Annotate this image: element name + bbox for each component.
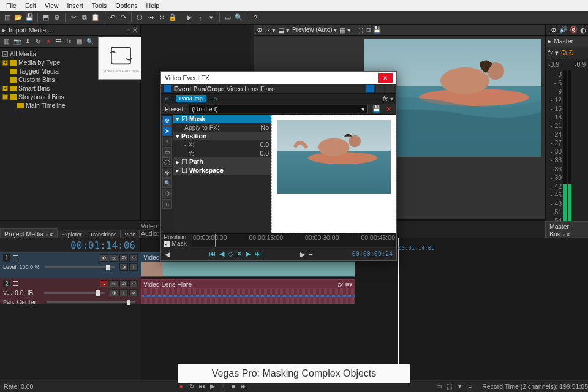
- timecode-display[interactable]: 00:01:14:06: [0, 238, 141, 252]
- scroll-right-icon[interactable]: ▶: [300, 251, 305, 258]
- save-icon[interactable]: 💾: [373, 26, 381, 34]
- track-menu-icon[interactable]: ☰: [13, 280, 19, 287]
- workspace-section[interactable]: ▸ ☐Workspace: [173, 166, 271, 175]
- menu-edit[interactable]: Edit: [21, 1, 40, 10]
- pan-crop-node[interactable]: Pan/Crop: [176, 95, 206, 102]
- media-thumbnail[interactable]: Video Lens Flare.mp4: [98, 37, 144, 80]
- menu-file[interactable]: File: [2, 1, 20, 10]
- apply-row[interactable]: Apply to FX:No: [173, 123, 271, 132]
- panel-pin-icon[interactable]: ▫: [127, 26, 130, 34]
- gear-icon[interactable]: ⚙: [257, 26, 263, 34]
- clip-menu-icon[interactable]: ≡▾: [345, 281, 353, 288]
- dim-icon[interactable]: ◐: [580, 26, 586, 34]
- whatsthis-icon[interactable]: ?: [251, 13, 260, 23]
- position-section[interactable]: ▾Position: [173, 132, 271, 140]
- fx-label[interactable]: fx ▾: [383, 95, 393, 102]
- menu-insert[interactable]: Insert: [64, 1, 87, 10]
- redo-icon[interactable]: ↷: [118, 13, 128, 23]
- get-icon[interactable]: ⬇: [23, 37, 32, 46]
- ripple-icon[interactable]: ⇢: [146, 13, 156, 23]
- fit-icon[interactable]: ⬚: [445, 382, 454, 391]
- search-icon[interactable]: 🔍: [85, 37, 94, 46]
- expand-icon[interactable]: ▸: [2, 26, 6, 34]
- scroll-left-icon[interactable]: ◀: [165, 251, 170, 258]
- automation-icon[interactable]: ᘏ: [119, 254, 128, 262]
- del-key-icon[interactable]: ✕: [236, 250, 242, 258]
- zoom-icon[interactable]: 🔍: [234, 13, 244, 23]
- bypass-icon[interactable]: ◐: [100, 254, 108, 262]
- add-key-icon[interactable]: ◇: [228, 250, 233, 258]
- marker-icon[interactable]: ▾: [455, 382, 464, 391]
- remove-icon[interactable]: ✕: [43, 37, 53, 46]
- replace-icon[interactable]: ↻: [33, 37, 42, 46]
- open-icon[interactable]: 📂: [13, 13, 23, 23]
- cut-icon[interactable]: ✂: [69, 13, 78, 23]
- mute-button[interactable]: ◑: [119, 263, 128, 271]
- snap-tool[interactable]: ⬡: [162, 189, 172, 198]
- keyframe-timeline[interactable]: 00:00:00:0000:00:15:0000:00:30:0000:00:4…: [192, 234, 396, 247]
- pos-y-row[interactable]: - Y:0.0: [173, 149, 271, 157]
- tree-item[interactable]: +Smart Bins: [2, 84, 138, 92]
- copy-icon[interactable]: ⧉: [80, 13, 89, 23]
- dialog-titlebar[interactable]: Video Event FX ✕: [161, 72, 396, 84]
- tool-icon[interactable]: ▭: [223, 13, 233, 23]
- menu-view[interactable]: View: [41, 1, 62, 10]
- fx-icon[interactable]: fx: [64, 37, 74, 46]
- preview-quality-dropdown[interactable]: Preview (Auto) ▾: [292, 26, 337, 33]
- tree-item[interactable]: Main Timeline: [2, 101, 138, 110]
- oval-tool[interactable]: ◯: [162, 157, 172, 167]
- prev-key-icon[interactable]: ◀: [219, 250, 224, 258]
- fx-icon[interactable]: fx ▾: [548, 49, 559, 57]
- preset-dropdown[interactable]: (Untitled)▾: [189, 105, 368, 113]
- first-key-icon[interactable]: ⏮: [209, 250, 216, 258]
- props-icon[interactable]: ☰: [54, 37, 63, 46]
- expand-icon[interactable]: ▸: [548, 37, 552, 45]
- magnet-tool[interactable]: ∩: [162, 199, 172, 209]
- paste-icon[interactable]: 📋: [91, 13, 100, 23]
- copy-icon[interactable]: ⧉: [366, 26, 371, 34]
- split-icon[interactable]: ⬓ ▾: [278, 26, 290, 34]
- mask-checkbox[interactable]: ✓: [164, 241, 170, 247]
- menu-tools[interactable]: Tools: [88, 1, 111, 10]
- last-key-icon[interactable]: ⏭: [254, 250, 261, 258]
- tab-close-icon[interactable]: ▫ ✕: [46, 232, 53, 238]
- track-menu-icon[interactable]: ☰: [13, 254, 19, 262]
- audio-track-header[interactable]: 2 ☰ ●fxᘏ⋯ Vol:0.0 dB◑!⌀ Pan:Center: [0, 278, 141, 304]
- view-icon[interactable]: ▦: [75, 37, 84, 46]
- next-key-icon[interactable]: ▶: [246, 250, 251, 258]
- zoom-tool[interactable]: 🔍: [162, 178, 172, 188]
- menu-options[interactable]: Options: [111, 1, 141, 10]
- pan-crop-preview[interactable]: [271, 115, 396, 233]
- mute-icon[interactable]: 🔇: [570, 26, 578, 34]
- panel-close-icon[interactable]: ✕: [132, 26, 138, 34]
- automation-icon[interactable]: ᘏ: [561, 49, 567, 57]
- pos-x-row[interactable]: - X:0.0: [173, 140, 271, 149]
- video-event-fx-dialog[interactable]: Video Event FX ✕ Event Pan/Crop: Video L…: [160, 71, 397, 261]
- snap-icon[interactable]: ⬡: [135, 13, 145, 23]
- video-track-header[interactable]: 1 ☰ ◐fxᘏ⋯ Level: 100.0 %◑!: [0, 252, 141, 278]
- playhead[interactable]: [398, 238, 399, 380]
- save-icon[interactable]: 💾: [24, 13, 34, 23]
- rect-tool[interactable]: ▭: [162, 147, 172, 157]
- speaker-icon[interactable]: 🔊: [559, 26, 567, 34]
- scroll-icon[interactable]: ≡: [466, 382, 475, 391]
- automation-icon[interactable]: ᘏ: [119, 280, 128, 287]
- tab-master-bus[interactable]: Master Bus▫ ✕: [545, 221, 588, 239]
- render-icon[interactable]: ⬒: [41, 13, 51, 23]
- keyframe-cursor[interactable]: [215, 234, 216, 247]
- zoom-icon[interactable]: ▭: [434, 382, 443, 391]
- automation-icon[interactable]: ᘐ: [569, 49, 574, 57]
- tree-item[interactable]: −Storyboard Bins: [2, 92, 138, 101]
- overlay-icon[interactable]: ⬚: [357, 26, 363, 34]
- pan-slider[interactable]: [47, 301, 135, 303]
- lock-icon[interactable]: 🔒: [168, 13, 178, 23]
- mask-section[interactable]: ▾ ☑Mask: [173, 115, 271, 123]
- fx-icon[interactable]: fx ▾: [265, 26, 276, 34]
- solo-button[interactable]: !: [129, 263, 138, 271]
- play-icon[interactable]: ▶: [184, 13, 194, 23]
- new-icon[interactable]: ▥: [2, 37, 11, 46]
- arrow-tool[interactable]: ➤: [162, 126, 172, 136]
- properties-icon[interactable]: ⚙: [52, 13, 62, 23]
- grid2-icon[interactable]: [386, 85, 394, 92]
- fx-icon[interactable]: fx: [110, 280, 118, 287]
